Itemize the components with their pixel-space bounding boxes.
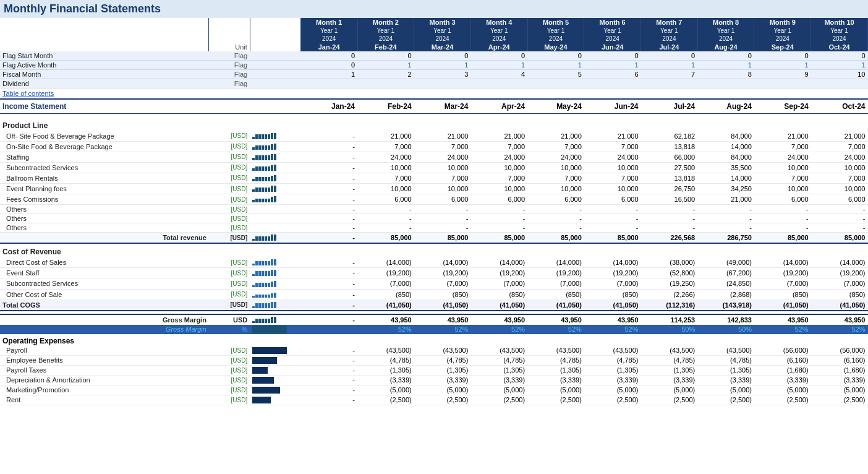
gross-margin-bar [252, 325, 287, 334]
operating-expenses-header: Operating Expenses [0, 334, 868, 346]
sparkline-cogs-1 [252, 269, 289, 277]
date-jun: Jun-24 [584, 43, 641, 51]
date-jan: Jan-24 [300, 43, 357, 51]
month-3-header: Month 3 [414, 18, 471, 27]
product-row-1: On-Site Food & Beverage Package [USD] - … [0, 141, 868, 152]
cost-of-revenue-header: Cost of Revenue [0, 243, 868, 257]
year-4: Year 1 [470, 27, 527, 35]
opex-bar-3 [252, 377, 274, 384]
header-bar: Monthly Financial Statements [0, 0, 868, 18]
product-row-7: Others [USD] - - - - - - - - - - [0, 205, 868, 214]
flag-start-row: Flag Start Month Flag 0 0 0 0 0 0 0 0 0 … [0, 51, 868, 61]
opex-bar-5 [252, 397, 271, 403]
cogs-row-1: Event Staff [USD] - (19,200) (19,200) (1… [0, 268, 868, 278]
product-row-3: Subcontracted Services [USD] - 10,000 10… [0, 162, 868, 173]
year-7: Year 1 [641, 27, 698, 35]
year-1: Year 1 [300, 27, 357, 35]
year-2: Year 1 [357, 27, 414, 35]
product-row-0: Off- Site Food & Beverage Package [USD] … [0, 131, 868, 142]
toc-row: Table of contents [0, 88, 868, 100]
product-row-8: Others [USD] - - - - - - - - - - [0, 214, 868, 223]
opex-bar-0 [252, 347, 287, 354]
sparkline-3 [252, 163, 289, 172]
year-8: Year 1 [697, 27, 754, 35]
sparkline-1 [252, 142, 289, 151]
month-10-header: Month 10 [811, 18, 868, 27]
gross-margin-pct-row: Gross Margin % 52% 52% 52% 52% 52% 50% 5… [0, 325, 868, 334]
date-sep: Sep-24 [754, 43, 811, 51]
opex-row-3: Depreciation & Amortization [USD] - (3,3… [0, 375, 868, 385]
month-7-header: Month 7 [641, 18, 698, 27]
date-mar: Mar-24 [414, 43, 471, 51]
product-row-4: Ballroom Rentals [USD] - 7,000 7,000 7,0… [0, 173, 868, 183]
date-oct: Oct-24 [811, 43, 868, 51]
sparkline-6 [252, 195, 289, 204]
month-4-header: Month 4 [470, 18, 527, 27]
product-row-2: Staffing [USD] - 24,000 24,000 24,000 24… [0, 152, 868, 162]
year-9: Year 1 [754, 27, 811, 35]
sparkline-5 [252, 184, 289, 193]
toc-link[interactable]: Table of contents [2, 90, 54, 97]
sparkline-cogs-2 [252, 280, 289, 288]
cogs-row-0: Direct Cost of Sales [USD] - (14,000) (1… [0, 257, 868, 268]
header-label-cell [0, 18, 209, 27]
gross-margin-row: Gross Margin USD - 43,950 43,950 43,950 … [0, 314, 868, 325]
page-title: Monthly Financial Statements [4, 2, 161, 15]
header-unit-cell [209, 18, 250, 27]
year-6: Year 1 [584, 27, 641, 35]
date-aug: Aug-24 [697, 43, 754, 51]
opex-bar-1 [252, 357, 277, 364]
cogs-row-3: Other Cost of Sale [USD] - (850) (850) (… [0, 289, 868, 299]
date-jul: Jul-24 [641, 43, 698, 51]
month-8-header: Month 8 [697, 18, 754, 27]
sparkline-total-rev [252, 233, 289, 242]
dividend-row: Dividend Flag [0, 79, 868, 88]
month-1-header: Month 1 [300, 18, 357, 27]
flag-active-row: Flag Active Month Flag 0 1 1 1 1 1 1 1 1… [0, 61, 868, 70]
opex-bar-4 [252, 387, 280, 394]
month-2-header: Month 2 [357, 18, 414, 27]
year-header-row: Year 1 Year 1 Year 1 Year 1 Year 1 Year … [0, 27, 868, 35]
sparkline-gross-margin [252, 316, 289, 324]
date-feb: Feb-24 [357, 43, 414, 51]
sparkline-cogs-0 [252, 258, 289, 267]
total-cogs-row: Total COGS [USD] - (41,050) (41,050) (41… [0, 299, 868, 311]
sparkline-0 [252, 132, 289, 140]
main-container: Monthly Financial Statements Month 1 Mon… [0, 0, 868, 474]
yearnum-header-row: 2024 2024 2024 2024 2024 2024 2024 2024 … [0, 35, 868, 43]
opex-row-4: Marketing/Promotion [USD] - (5,000) (5,0… [0, 385, 868, 395]
month-header-row: Month 1 Month 2 Month 3 Month 4 Month 5 … [0, 18, 868, 27]
year-5: Year 1 [527, 27, 584, 35]
opex-row-0: Payroll [USD] - (43,500) (43,500) (43,50… [0, 346, 868, 356]
sparkline-2 [252, 153, 289, 162]
product-row-6: Fees Comissions [USD] - 6,000 6,000 6,00… [0, 194, 868, 205]
product-row-5: Event Planning fees [USD] - 10,000 10,00… [0, 183, 868, 194]
cogs-row-2: Subcontracted Services [USD] - (7,000) (… [0, 278, 868, 289]
opex-row-5: Rent [USD] - (2,500) (2,500) (2,500) (2,… [0, 395, 868, 405]
opex-row-1: Employee Benefits [USD] - (4,785) (4,785… [0, 355, 868, 365]
product-line-header: Product Line [0, 118, 868, 131]
sparkline-cogs-3 [252, 290, 289, 299]
financial-table: Month 1 Month 2 Month 3 Month 4 Month 5 … [0, 18, 868, 405]
unit-col-label: Unit [209, 43, 250, 51]
opex-row-2: Payroll Taxes [USD] - (1,305) (1,305) (1… [0, 365, 868, 375]
date-apr: Apr-24 [470, 43, 527, 51]
sparkline-total-cogs [252, 301, 289, 309]
product-row-9: Others [USD] - - - - - - - - - - [0, 223, 868, 233]
sparkline-4 [252, 174, 289, 183]
date-row: Unit Jan-24 Feb-24 Mar-24 Apr-24 May-24 … [0, 43, 868, 51]
month-5-header: Month 5 [527, 18, 584, 27]
opex-bar-2 [252, 367, 268, 374]
year-10: Year 1 [811, 27, 868, 35]
fiscal-month-row: Fiscal Month Flag 1 2 3 4 5 6 7 8 9 10 [0, 70, 868, 79]
year-3: Year 1 [414, 27, 471, 35]
month-6-header: Month 6 [584, 18, 641, 27]
header-chart-cell [250, 18, 300, 27]
date-may: May-24 [527, 43, 584, 51]
total-revenue-row: Total revenue [USD] - 85,000 85,000 85,0… [0, 233, 868, 244]
month-9-header: Month 9 [754, 18, 811, 27]
income-statement-header: Income Statement Jan-24 Feb-24 Mar-24 Ap… [0, 99, 868, 114]
